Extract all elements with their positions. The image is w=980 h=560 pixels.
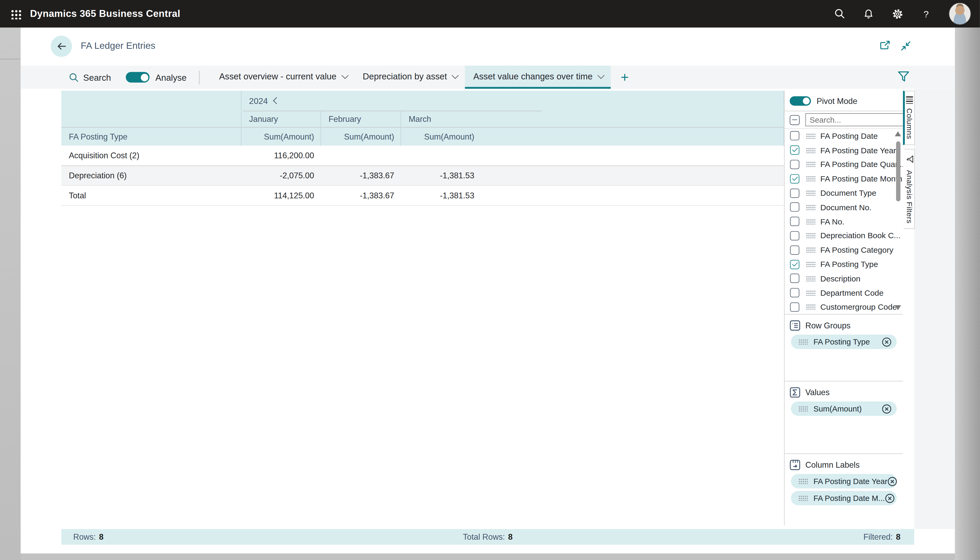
- remove-icon[interactable]: [885, 493, 895, 503]
- field-checkbox[interactable]: [790, 288, 799, 297]
- side-tab-columns[interactable]: Columns: [903, 91, 915, 145]
- field-search-input[interactable]: [805, 113, 905, 127]
- field-checkbox[interactable]: [790, 274, 799, 283]
- column-label-pill[interactable]: FA Posting Date M...: [791, 491, 897, 505]
- value-column-header[interactable]: Sum(Amount): [401, 128, 480, 146]
- cell-value: 114,125.00: [241, 186, 321, 205]
- drag-grip-icon[interactable]: [806, 190, 816, 196]
- field-list-item[interactable]: Description: [785, 272, 903, 286]
- field-list-item[interactable]: FA Posting Date: [785, 129, 903, 143]
- search-button[interactable]: Search: [69, 72, 111, 82]
- column-label-pill[interactable]: FA Posting Date Year: [791, 474, 897, 488]
- field-list-item[interactable]: Depreciation Book C...: [785, 229, 903, 243]
- row-group-pill[interactable]: FA Posting Type: [791, 335, 897, 349]
- value-column-header[interactable]: Sum(Amount): [241, 128, 321, 146]
- scroll-thumb[interactable]: [896, 142, 900, 202]
- remove-icon[interactable]: [887, 476, 897, 486]
- drag-grip-icon[interactable]: [806, 247, 816, 253]
- drag-grip-icon[interactable]: [798, 339, 808, 345]
- analyse-toggle[interactable]: [126, 72, 150, 83]
- field-list-item[interactable]: FA Posting Type: [785, 257, 903, 272]
- drag-grip-icon[interactable]: [806, 162, 816, 167]
- column-group-header[interactable]: 2024: [241, 91, 481, 111]
- open-in-new-window-icon[interactable]: [880, 41, 890, 54]
- analysis-tab[interactable]: Depreciation by asset: [355, 66, 465, 89]
- select-all-checkbox[interactable]: [790, 115, 800, 125]
- scroll-down-icon[interactable]: [895, 305, 901, 310]
- field-list-item[interactable]: FA Posting Category: [785, 243, 903, 257]
- search-label: Search: [83, 72, 111, 82]
- bell-icon[interactable]: [862, 7, 875, 20]
- field-checkbox[interactable]: [790, 146, 799, 155]
- month-column-header[interactable]: March: [401, 111, 480, 127]
- field-list-item[interactable]: FA Posting Date Year: [785, 143, 903, 157]
- filter-icon[interactable]: [897, 71, 910, 85]
- chevron-down-icon[interactable]: [341, 72, 348, 79]
- drag-grip-icon[interactable]: [798, 478, 808, 484]
- help-icon[interactable]: ?: [920, 7, 932, 20]
- drag-grip-icon[interactable]: [806, 276, 816, 281]
- user-avatar[interactable]: [948, 2, 971, 25]
- drag-grip-icon[interactable]: [806, 262, 816, 267]
- field-checkbox[interactable]: [790, 302, 799, 312]
- exit-fullscreen-icon[interactable]: [901, 41, 911, 54]
- month-column-header[interactable]: February: [321, 111, 401, 127]
- table-row[interactable]: Depreciation (6)-2,075.00-1,383.67-1,381…: [61, 165, 784, 186]
- collapse-group-icon[interactable]: [273, 97, 280, 104]
- value-pill[interactable]: Sum(Amount): [791, 402, 897, 416]
- scroll-up-icon[interactable]: [895, 132, 901, 137]
- month-column-header[interactable]: January: [241, 111, 321, 127]
- field-list-item[interactable]: FA Posting Date Month: [785, 172, 903, 186]
- field-checkbox[interactable]: [790, 260, 799, 269]
- remove-icon[interactable]: [881, 403, 892, 413]
- drag-grip-icon[interactable]: [806, 290, 816, 295]
- table-row[interactable]: Acquisition Cost (2)116,200.00: [61, 146, 784, 165]
- chevron-down-icon[interactable]: [452, 72, 459, 79]
- drag-grip-icon[interactable]: [806, 176, 816, 182]
- status-bar: Rows:8 Total Rows:8 Filtered:8: [61, 529, 914, 545]
- field-checkbox[interactable]: [790, 174, 799, 183]
- field-list-item[interactable]: Department Code: [785, 286, 903, 300]
- remove-icon[interactable]: [881, 337, 892, 347]
- analysis-tab[interactable]: Asset value changes over time: [465, 66, 611, 89]
- drag-grip-icon[interactable]: [806, 233, 816, 238]
- field-list-item[interactable]: FA Posting Date Quar...: [785, 157, 903, 172]
- side-tab-label: Analysis Filters: [905, 170, 914, 223]
- table-row[interactable]: Total114,125.00-1,383.67-1,381.53: [61, 186, 784, 205]
- search-icon[interactable]: [833, 7, 846, 20]
- field-checkbox[interactable]: [790, 231, 799, 240]
- drag-grip-icon[interactable]: [806, 147, 816, 153]
- app-title: Dynamics 365 Business Central: [30, 8, 180, 20]
- analysis-tab[interactable]: Asset overview - current value: [211, 66, 354, 89]
- field-list-item[interactable]: FA No.: [785, 215, 903, 229]
- drag-grip-icon[interactable]: [806, 219, 816, 224]
- group-header-spacer: [61, 91, 241, 111]
- drag-grip-icon[interactable]: [798, 406, 808, 412]
- app-launcher-icon[interactable]: [10, 8, 21, 19]
- chevron-down-icon[interactable]: [598, 72, 605, 79]
- field-checkbox[interactable]: [790, 132, 799, 141]
- field-checkbox[interactable]: [790, 160, 799, 169]
- drag-grip-icon[interactable]: [806, 205, 816, 210]
- side-tab-analysis-filters[interactable]: Analysis Filters: [903, 149, 915, 229]
- field-list-item[interactable]: Customergroup Code: [785, 300, 903, 314]
- add-analysis-tab-button[interactable]: +: [621, 70, 629, 84]
- analysis-tabs: Asset overview - current valueDepreciati…: [211, 66, 611, 89]
- drag-grip-icon[interactable]: [798, 495, 808, 501]
- row-group-header[interactable]: FA Posting Type: [61, 128, 241, 146]
- drag-grip-icon[interactable]: [806, 133, 816, 139]
- field-checkbox[interactable]: [790, 188, 799, 198]
- field-list-item[interactable]: Document Type: [785, 186, 903, 200]
- field-checkbox[interactable]: [790, 217, 799, 226]
- drag-grip-icon[interactable]: [806, 304, 816, 310]
- back-button[interactable]: [51, 36, 72, 57]
- gear-icon[interactable]: [891, 7, 903, 20]
- pivot-mode-toggle[interactable]: [790, 96, 811, 105]
- field-label: FA Posting Date Month: [820, 174, 902, 183]
- field-list-item[interactable]: Document No.: [785, 200, 903, 215]
- field-list-scrollbar[interactable]: [895, 132, 901, 312]
- field-checkbox[interactable]: [790, 203, 799, 212]
- total-rows-value: 8: [508, 532, 513, 542]
- value-column-header[interactable]: Sum(Amount): [321, 128, 401, 146]
- field-checkbox[interactable]: [790, 245, 799, 255]
